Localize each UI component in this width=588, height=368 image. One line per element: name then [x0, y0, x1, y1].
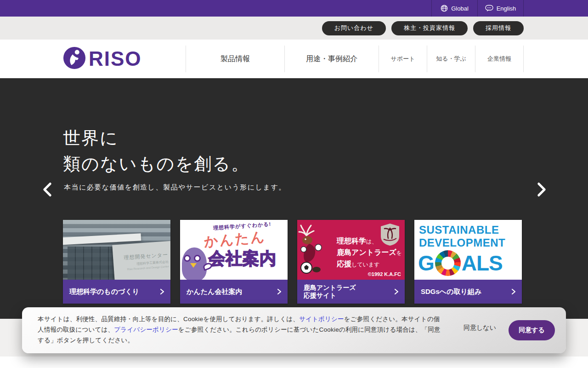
antlers-line1-small: は、 — [366, 238, 377, 245]
recruit-info-button[interactable]: 採用情報 — [473, 21, 524, 35]
sdg-goals-als: ALS — [462, 253, 503, 274]
cookie-consent-text: 本サイトは、利便性、品質維持・向上等を目的に、Cookieを使用しております。詳… — [38, 314, 445, 346]
nav-item-company[interactable]: 企業情報 — [475, 46, 523, 72]
english-link[interactable]: English — [477, 0, 523, 17]
chevron-right-icon — [510, 288, 517, 295]
riso-logo[interactable]: RISO — [63, 46, 142, 71]
antlers-line1-big: 理想科学 — [337, 237, 366, 245]
site-header: RISO 製品情報 用途・事例紹介 サポート 知る・学ぶ 企業情報 — [0, 40, 588, 78]
mascot-eye — [194, 255, 201, 262]
cookie-accept-button[interactable]: 同意する — [509, 320, 555, 340]
hero-subtitle: 本当に必要な価値を創造し、製品やサービスという形にします。 — [64, 183, 286, 192]
kantan-card-bar: かんたん会社案内 — [180, 280, 288, 304]
antlers-line3-small: しています — [351, 261, 379, 268]
building-sign: 理想開発センター 理想科学工業株式会社 Riso Research and De… — [112, 241, 170, 280]
english-label: English — [497, 5, 516, 12]
site-policy-link[interactable]: サイトポリシー — [299, 316, 344, 322]
chevron-right-icon — [158, 288, 166, 295]
kantan-card-label: かんたん会社案内 — [187, 288, 242, 296]
sdg-card-bar: SDGsへの取り組み — [414, 280, 522, 304]
nav-item-support[interactable]: サポート — [379, 46, 427, 72]
card-kantan-guide[interactable]: 理想科学がすぐわかる! かんたん 会社案内 かんたん会社案内 — [180, 220, 288, 304]
chevron-left-icon — [40, 191, 54, 199]
monozukuri-card-image: 理想開発センター 理想科学工業株式会社 Riso Research and De… — [63, 220, 170, 280]
carousel-next-button[interactable] — [535, 181, 548, 198]
mascot-eye — [184, 255, 191, 262]
investor-info-button[interactable]: 株主・投資家情報 — [391, 21, 468, 35]
deer-mascot-icon — [298, 224, 337, 278]
privacy-policy-link[interactable]: プライバシーポリシー — [114, 326, 178, 333]
global-label: Global — [451, 5, 469, 12]
antlers-card-label-line2: 応援サイト — [304, 292, 356, 300]
cookie-decline-button[interactable]: 同意しない — [464, 324, 496, 332]
riso-logo-text: RISO — [89, 49, 142, 69]
contact-button[interactable]: お問い合わせ — [322, 21, 386, 35]
global-link[interactable]: Global — [431, 0, 477, 17]
kantan-word2: 会社案内 — [209, 247, 277, 270]
riso-logo-mark-icon — [63, 46, 86, 71]
sdg-line2: DEVELOPMENT — [414, 236, 522, 249]
cookie-text-part1: 本サイトは、利便性、品質維持・向上等を目的に、Cookieを使用しております。詳… — [38, 316, 299, 322]
card-kashima-antlers[interactable]: 理想科学は、 鹿島アントラーズを 応援しています ©1992 K.A.FC 鹿島… — [297, 220, 405, 304]
nav-item-learn[interactable]: 知る・学ぶ — [427, 46, 475, 72]
hero-title-line2: 類のないものを創る。 — [63, 151, 249, 177]
antlers-card-image: 理想科学は、 鹿島アントラーズを 応援しています ©1992 K.A.FC — [297, 220, 405, 280]
sdg-card-image: SUSTAINABLE DEVELOPMENT G ALS — [414, 220, 522, 280]
chevron-right-icon — [276, 288, 283, 295]
hero-section: 世界に 類のないものを創る。 本当に必要な価値を創造し、製品やサービスという形に… — [0, 78, 588, 319]
nav-item-products[interactable]: 製品情報 — [186, 46, 284, 72]
antlers-card-label-line1: 鹿島アントラーズ — [304, 284, 356, 292]
nav-item-use-cases[interactable]: 用途・事例紹介 — [284, 46, 379, 72]
antlers-line2-big: 鹿島アントラーズ — [337, 248, 396, 256]
card-monozukuri[interactable]: 理想開発センター 理想科学工業株式会社 Riso Research and De… — [63, 220, 170, 304]
hero-title: 世界に 類のないものを創る。 — [63, 125, 249, 177]
monozukuri-card-label: 理想科学のものづくり — [69, 288, 139, 296]
antlers-line3-big: 応援 — [337, 260, 351, 268]
riso-mascot-icon — [182, 247, 207, 280]
monozukuri-card-bar: 理想科学のものづくり — [63, 280, 170, 304]
card-sdgs[interactable]: SUSTAINABLE DEVELOPMENT G ALS SDGsへの取り組み — [414, 220, 522, 304]
card-row: 理想開発センター 理想科学工業株式会社 Riso Research and De… — [63, 220, 522, 304]
main-nav: 製品情報 用途・事例紹介 サポート 知る・学ぶ 企業情報 — [186, 46, 524, 72]
sdg-wheel-icon — [435, 250, 461, 276]
sdg-goals-row: G ALS — [414, 250, 522, 276]
sdg-goals-g: G — [418, 253, 434, 274]
bottom-strip — [0, 356, 588, 368]
top-bar-items: Global English — [431, 0, 524, 17]
speech-bubble-icon — [485, 5, 493, 12]
chevron-right-icon — [393, 288, 400, 295]
antlers-card-bar: 鹿島アントラーズ 応援サイト — [297, 280, 405, 304]
sdg-line1: SUSTAINABLE — [414, 224, 522, 236]
top-bar: Global English — [0, 0, 588, 17]
utility-bar: お問い合わせ 株主・投資家情報 採用情報 — [0, 17, 588, 40]
sdg-card-label: SDGsへの取り組み — [421, 288, 481, 296]
antlers-line2-small: を — [396, 250, 402, 256]
cookie-consent-banner: 本サイトは、利便性、品質維持・向上等を目的に、Cookieを使用しております。詳… — [22, 307, 566, 353]
chevron-right-icon — [535, 191, 548, 199]
antlers-card-label: 鹿島アントラーズ 応援サイト — [304, 284, 356, 300]
globe-icon — [441, 5, 448, 12]
carousel-prev-button[interactable] — [40, 181, 54, 198]
kantan-card-image: 理想科学がすぐわかる! かんたん 会社案内 — [180, 220, 288, 280]
hero-title-line1: 世界に — [63, 125, 249, 151]
mascot-beak — [190, 263, 197, 268]
antlers-copyright: ©1992 K.A.FC — [368, 271, 401, 277]
antlers-message: 理想科学は、 鹿島アントラーズを 応援しています — [337, 236, 402, 270]
